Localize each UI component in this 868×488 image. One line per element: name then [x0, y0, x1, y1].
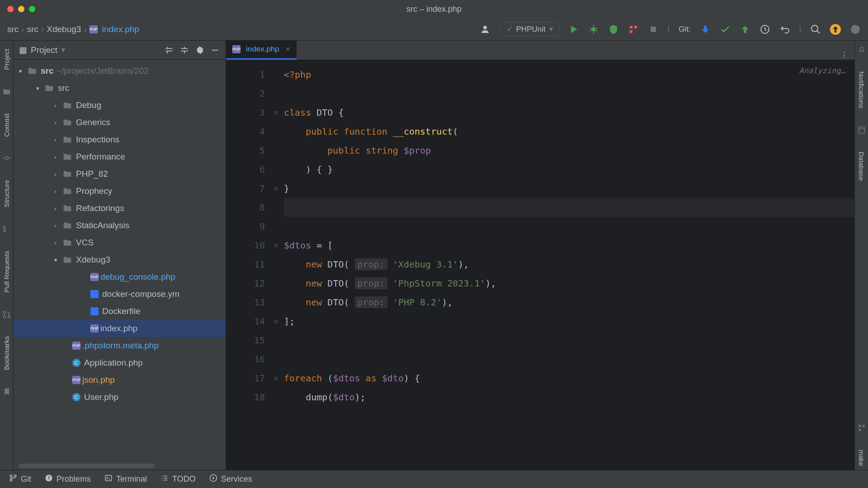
- profile-button[interactable]: [628, 24, 639, 35]
- code-editor[interactable]: Analyzing… 123 456 789 101112 131415 16 …: [226, 60, 854, 470]
- chevron-right-icon[interactable]: ›: [54, 239, 62, 246]
- tree-folder[interactable]: ›Generics: [14, 114, 226, 131]
- tool-bookmarks[interactable]: Bookmarks: [3, 333, 10, 374]
- tree-folder[interactable]: ›VCS: [14, 234, 226, 251]
- tool-services[interactable]: Services: [209, 474, 252, 484]
- tree-file[interactable]: CApplication.php: [14, 354, 226, 371]
- tool-todo[interactable]: TODO: [160, 474, 196, 484]
- minimize-window[interactable]: [18, 6, 24, 12]
- make-icon[interactable]: [857, 423, 866, 432]
- chevron-right-icon[interactable]: ›: [54, 222, 62, 229]
- tool-make[interactable]: make: [858, 446, 865, 470]
- tree-file[interactable]: docker-compose.ym: [14, 286, 226, 303]
- gear-icon[interactable]: [195, 45, 205, 55]
- tree-file-selected[interactable]: PHPindex.php: [14, 320, 226, 337]
- chevron-right-icon[interactable]: ›: [54, 154, 62, 160]
- chevron-right-icon[interactable]: ›: [54, 136, 62, 143]
- folder-icon: [44, 83, 54, 93]
- tree-folder[interactable]: ›Debug: [14, 97, 226, 114]
- tree-file[interactable]: PHPdebug_console.php: [14, 268, 226, 286]
- tree-folder[interactable]: ›Refactorings: [14, 200, 226, 217]
- tool-git[interactable]: Git: [9, 474, 31, 484]
- sync-icon[interactable]: [830, 24, 841, 35]
- chevron-right-icon: ›: [21, 24, 24, 34]
- git-label: Git:: [679, 25, 690, 34]
- chevron-down-icon[interactable]: ▾: [19, 68, 27, 75]
- bookmark-icon[interactable]: [2, 387, 11, 396]
- window-title: src – index.php: [406, 5, 462, 14]
- coverage-button[interactable]: [608, 24, 619, 35]
- database-icon[interactable]: [857, 126, 866, 135]
- horizontal-scrollbar[interactable]: [19, 464, 155, 468]
- chevron-right-icon[interactable]: ›: [54, 205, 62, 212]
- tree-root[interactable]: ▾ src ~/projects/JetBrains/202: [14, 62, 226, 80]
- tool-database[interactable]: Database: [858, 148, 865, 184]
- breadcrumb-item[interactable]: index.php: [102, 24, 139, 34]
- tool-terminal[interactable]: Terminal: [104, 474, 147, 484]
- chevron-down-icon[interactable]: ▾: [36, 85, 44, 92]
- bell-icon[interactable]: [857, 45, 866, 54]
- tool-structure[interactable]: Structure: [3, 176, 10, 211]
- tool-notifications[interactable]: Notifications: [858, 68, 865, 112]
- search-icon[interactable]: [810, 24, 821, 35]
- chevron-right-icon[interactable]: ›: [54, 119, 62, 126]
- breadcrumb-item[interactable]: Xdebug3: [47, 24, 81, 34]
- project-tree[interactable]: ▾ src ~/projects/JetBrains/202 ▾ src ›De…: [14, 60, 226, 462]
- folder-icon: [62, 152, 72, 162]
- tool-problems[interactable]: Problems: [45, 474, 91, 484]
- editor-tab-active[interactable]: PHP index.php ×: [226, 40, 297, 60]
- pr-icon[interactable]: [2, 310, 11, 319]
- tree-folder[interactable]: ▾ src: [14, 80, 226, 97]
- folder-icon[interactable]: [2, 87, 11, 96]
- breadcrumb-item[interactable]: src: [27, 24, 38, 34]
- stop-button[interactable]: [648, 24, 659, 35]
- user-icon[interactable]: [481, 24, 491, 35]
- tree-folder[interactable]: ▾Xdebug3: [14, 251, 226, 268]
- run-button[interactable]: [568, 24, 579, 35]
- tree-folder[interactable]: ›Prophecy: [14, 183, 226, 200]
- git-pull-icon[interactable]: [700, 24, 711, 35]
- tree-folder[interactable]: ›Performance: [14, 148, 226, 165]
- ide-settings-icon[interactable]: [850, 24, 861, 35]
- chevron-right-icon[interactable]: ›: [54, 171, 62, 178]
- tree-folder[interactable]: ›StaticAnalysis: [14, 217, 226, 234]
- close-window[interactable]: [7, 6, 14, 12]
- history-icon[interactable]: [760, 24, 770, 35]
- code-content[interactable]: <?php class DTO { public function __cons…: [280, 60, 854, 470]
- minimize-icon[interactable]: [210, 45, 220, 55]
- sidebar-title[interactable]: ▦ Project ▾: [19, 45, 160, 55]
- tree-folder[interactable]: ›Inspections: [14, 131, 226, 148]
- git-push-icon[interactable]: [740, 24, 750, 35]
- breadcrumb-item[interactable]: src: [7, 24, 19, 34]
- rollback-icon[interactable]: [779, 24, 790, 35]
- expand-all-icon[interactable]: [179, 45, 189, 55]
- tool-commit[interactable]: Commit: [3, 110, 10, 141]
- svg-rect-11: [3, 229, 5, 230]
- tree-file[interactable]: CUser.php: [14, 389, 226, 406]
- debug-button[interactable]: [588, 24, 599, 35]
- svg-point-0: [483, 26, 487, 29]
- tree-file[interactable]: Dockerfile: [14, 303, 226, 320]
- maximize-window[interactable]: [29, 6, 35, 12]
- php-file-icon: PHP: [232, 45, 241, 53]
- structure-icon[interactable]: [2, 225, 11, 234]
- run-configuration-selector[interactable]: ✓ PHPUnit ▾: [500, 22, 559, 36]
- git-commit-icon[interactable]: [720, 24, 731, 35]
- chevron-right-icon[interactable]: ›: [54, 102, 62, 109]
- main-area: Project Commit Structure Pull Requests B…: [0, 41, 868, 470]
- select-opened-icon[interactable]: [164, 45, 174, 55]
- tree-folder[interactable]: ›PHP_82: [14, 165, 226, 183]
- chevron-right-icon[interactable]: ›: [54, 188, 62, 195]
- tree-file[interactable]: PHPjson.php: [14, 371, 226, 389]
- branch-icon: [9, 474, 17, 484]
- svg-rect-12: [3, 231, 5, 232]
- list-icon: [160, 474, 169, 484]
- tool-project[interactable]: Project: [3, 45, 10, 74]
- tab-menu-icon[interactable]: ⋮: [834, 50, 854, 60]
- close-icon[interactable]: ×: [286, 45, 290, 54]
- chevron-down-icon[interactable]: ▾: [54, 257, 62, 263]
- commit-icon[interactable]: [2, 154, 11, 163]
- play-circle-icon: [209, 474, 217, 484]
- tool-pull-requests[interactable]: Pull Requests: [3, 247, 10, 296]
- tree-file[interactable]: PHP.phpstorm.meta.php: [14, 337, 226, 354]
